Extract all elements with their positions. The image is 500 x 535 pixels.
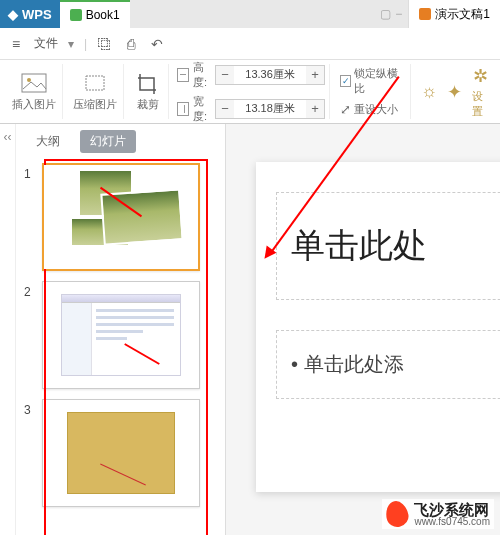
chevron-left-icon: ‹‹ [4,130,12,144]
height-icon [177,68,189,82]
width-value[interactable]: 13.18厘米 [234,101,306,116]
title-text: 单击此处 [291,223,500,269]
reset-label: 重设大小 [354,102,398,117]
width-increment[interactable]: + [306,100,324,118]
undo-icon[interactable]: ↶ [149,36,165,52]
body-text: • 单击此处添 [291,351,500,378]
contrast-button[interactable]: ✦ [447,81,462,103]
separator: | [84,37,87,51]
spreadsheet-icon [70,9,82,21]
panel-collapse-button[interactable]: ‹‹ [0,124,16,535]
sun-icon: ☼ [421,81,438,102]
tab-menu-icon[interactable]: ▢ [380,7,391,21]
settings-label: 设置 [472,89,488,119]
wps-logo[interactable]: ◆ WPS [0,0,60,28]
wps-logo-text: WPS [22,7,52,22]
tab-slides[interactable]: 幻灯片 [80,130,136,153]
watermark-name: 飞沙系统网 [414,502,490,517]
lock-reset-group: ✓ 锁定纵横比 ⤢ 重设大小 [334,64,411,119]
height-increment[interactable]: + [306,66,324,84]
window-tab-bar: ◆ WPS Book1 ▢ − 演示文稿1 [0,0,500,28]
thumb-content [67,412,175,494]
reset-size-button[interactable]: ⤢ 重设大小 [340,102,404,117]
tab-label: 演示文稿1 [435,6,490,23]
flame-icon [384,499,411,529]
gear-icon: ✲ [473,65,488,87]
settings-button[interactable]: ✲设置 [472,65,488,119]
thumb-row: 1 [18,163,223,271]
insert-pic-label: 插入图片 [12,97,56,112]
compress-icon [81,72,109,94]
panel-tabs: 大纲 幻灯片 [16,124,225,159]
thumbnail-list: 1 2 3 [16,159,225,535]
menu-icon[interactable]: ≡ [8,36,24,52]
crop-icon [134,72,162,94]
crop-label: 裁剪 [137,97,159,112]
tab-presentation[interactable]: 演示文稿1 [408,0,500,28]
width-spinner[interactable]: − 13.18厘米 + [215,99,325,119]
insert-picture-button[interactable]: 插入图片 [6,64,63,119]
ribbon-toolbar: 插入图片 压缩图片 裁剪 高度: − 13.36厘米 + 宽度: − 13. [0,60,500,124]
tab-book1[interactable]: Book1 [60,0,130,28]
height-spinner[interactable]: − 13.36厘米 + [215,65,325,85]
brightness-button[interactable]: ☼ [421,81,438,102]
svg-rect-0 [22,74,46,92]
width-decrement[interactable]: − [216,100,234,118]
tab-book-controls: ▢ − [380,7,402,21]
tab-outline[interactable]: 大纲 [26,130,70,153]
title-placeholder[interactable]: 单击此处 [276,192,500,300]
watermark-url: www.fs0745.com [414,517,490,527]
thumb-content [44,165,198,269]
slide-canvas[interactable]: 单击此处 • 单击此处添 [226,124,500,535]
slide-thumb-2[interactable] [42,281,200,389]
slide-page: 单击此处 • 单击此处添 [256,162,500,492]
lock-aspect-checkbox[interactable]: ✓ 锁定纵横比 [340,66,404,96]
slide-panel: 大纲 幻灯片 1 2 [16,124,226,535]
tab-close-icon[interactable]: − [395,7,402,21]
checkbox-checked-icon: ✓ [340,75,351,87]
thumb-content [61,294,181,376]
body-placeholder[interactable]: • 单击此处添 [276,330,500,399]
copy-icon[interactable]: ⿻ [97,36,113,52]
print-icon[interactable]: ⎙ [123,36,139,52]
crop-button[interactable]: 裁剪 [128,64,169,119]
slide-number: 3 [24,399,36,507]
slide-number: 1 [24,163,36,271]
effect-icons: ☼ ✦ ✲设置 [415,64,494,119]
slide-thumb-1[interactable] [42,163,200,271]
svg-point-1 [27,78,31,82]
watermark: 飞沙系统网 www.fs0745.com [382,499,494,529]
height-value[interactable]: 13.36厘米 [234,67,306,82]
wps-logo-mark: ◆ [8,7,18,22]
presentation-icon [419,8,431,20]
compress-label: 压缩图片 [73,97,117,112]
tab-label: Book1 [86,8,120,22]
menu-bar: ≡ 文件 ▾ | ⿻ ⎙ ↶ [0,28,500,60]
svg-rect-2 [86,76,104,90]
file-menu-chevron-icon[interactable]: ▾ [68,37,74,51]
lock-label: 锁定纵横比 [354,66,404,96]
file-menu[interactable]: 文件 [34,35,58,52]
slide-number: 2 [24,281,36,389]
picture-icon [20,72,48,94]
width-label: 宽度: [193,94,211,124]
width-icon [177,102,189,116]
thumb-row: 3 [18,399,223,507]
height-decrement[interactable]: − [216,66,234,84]
thumb-row: 2 [18,281,223,389]
size-controls: 高度: − 13.36厘米 + 宽度: − 13.18厘米 + [173,64,330,119]
compress-picture-button[interactable]: 压缩图片 [67,64,124,119]
height-label: 高度: [193,60,211,90]
sparkle-icon: ✦ [447,81,462,103]
slide-thumb-3[interactable] [42,399,200,507]
content-area: ‹‹ 大纲 幻灯片 1 2 [0,124,500,535]
reset-icon: ⤢ [340,102,351,117]
